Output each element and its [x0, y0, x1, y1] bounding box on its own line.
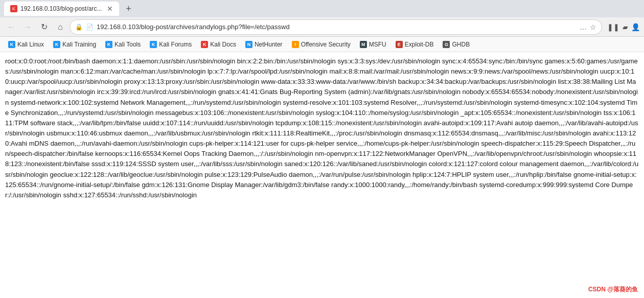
bookmark-label-kali-tools: Kali Tools [114, 41, 141, 48]
bookmark-kali-training[interactable]: K Kali Training [49, 39, 100, 50]
bookmark-label-exploit-db: Exploit-DB [405, 41, 434, 48]
bookmarks-bar: K Kali Linux K Kali Training K Kali Tool… [0, 37, 644, 52]
watermark: CSDN @落葵的鱼 [588, 285, 638, 294]
security-icon: 🔒 [75, 24, 83, 31]
bookmark-favicon-msfu: M [360, 41, 367, 48]
address-bar[interactable]: 🔒 📄 192.168.0.103/blog-post/archives/ran… [70, 19, 602, 35]
bookmark-kali-linux[interactable]: K Kali Linux [4, 39, 48, 50]
bookmark-kali-forums[interactable]: K Kali Forums [146, 39, 196, 50]
more-options-icon[interactable]: … [580, 23, 587, 31]
bookmark-favicon-kali-docs: K [201, 41, 208, 48]
bookmark-label-kali-forums: Kali Forums [159, 41, 192, 48]
extensions-icon[interactable]: ▰ [623, 23, 628, 31]
bookmark-favicon-offensive-security: ! [292, 41, 299, 48]
title-bar: K 192.168.0.103/blog-post/arc... ✕ + [0, 0, 644, 17]
passwd-content: root:x:0:0:root:/root:/bin/bash daemon:x… [5, 56, 639, 200]
browser-right-controls: ❚❚ ▰ 👤 [607, 23, 640, 31]
reload-button[interactable]: ↻ [37, 20, 51, 34]
bookmark-favicon-nethunter: N [245, 41, 252, 48]
new-tab-button[interactable]: + [121, 2, 135, 16]
bookmark-label-kali-docs: Kali Docs [210, 41, 236, 48]
bookmark-exploit-db[interactable]: E Exploit-DB [392, 39, 438, 50]
page-content: root:x:0:0:root:/root:/bin/bash daemon:x… [0, 52, 644, 298]
tab-title: 192.168.0.103/blog-post/arc... [20, 5, 102, 12]
account-icon[interactable]: 👤 [631, 23, 640, 31]
bookmark-favicon-exploit-db: E [396, 41, 403, 48]
bookmark-favicon-kali-linux: K [8, 41, 15, 48]
page-icon: 📄 [86, 24, 94, 31]
bookmark-label-offensive-security: Offensive Security [301, 41, 351, 48]
forward-button[interactable]: → [20, 20, 35, 34]
active-tab[interactable]: K 192.168.0.103/blog-post/arc... ✕ [4, 2, 119, 16]
bookmark-label-nethunter: NetHunter [255, 41, 283, 48]
sidebar-icon[interactable]: ❚❚ [607, 23, 619, 31]
bookmark-label-msfu: MSFU [369, 41, 386, 48]
address-right-controls: … ☆ [580, 23, 596, 31]
bookmark-kali-docs[interactable]: K Kali Docs [197, 39, 240, 50]
home-button[interactable]: ⌂ [53, 20, 67, 34]
bookmark-label-ghdb: GHDB [452, 41, 470, 48]
bookmark-label-kali-training: Kali Training [62, 41, 96, 48]
bookmark-label-kali-linux: Kali Linux [17, 41, 44, 48]
bookmark-ghdb[interactable]: G GHDB [439, 39, 474, 50]
tab-favicon: K [10, 5, 17, 12]
bookmark-favicon-kali-forums: K [150, 41, 157, 48]
bookmark-kali-tools[interactable]: K Kali Tools [101, 39, 145, 50]
back-button[interactable]: ← [4, 20, 18, 34]
bookmark-msfu[interactable]: M MSFU [356, 39, 390, 50]
bookmark-favicon-kali-training: K [53, 41, 60, 48]
url-display: 192.168.0.103/blog-post/archives/randylo… [97, 23, 577, 31]
bookmark-favicon-ghdb: G [443, 41, 450, 48]
bookmark-favicon-kali-tools: K [105, 41, 112, 48]
tab-close-button[interactable]: ✕ [107, 5, 113, 13]
bookmark-star-icon[interactable]: ☆ [590, 23, 596, 31]
bookmark-offensive-security[interactable]: ! Offensive Security [288, 39, 355, 50]
bookmark-nethunter[interactable]: N NetHunter [241, 39, 287, 50]
nav-bar: ← → ↻ ⌂ 🔒 📄 192.168.0.103/blog-post/arch… [0, 17, 644, 37]
